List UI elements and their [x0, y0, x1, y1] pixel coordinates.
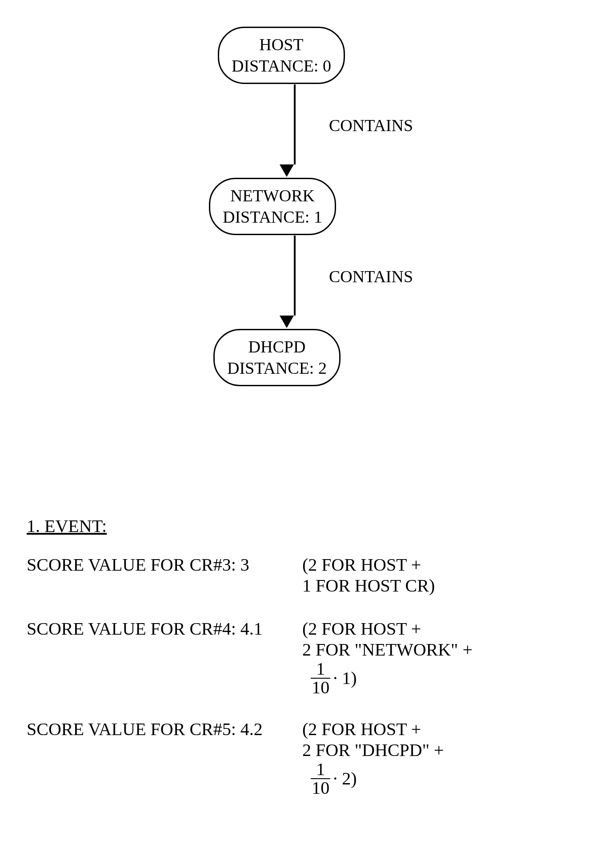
- explanation-line: 1 FOR HOST CR): [302, 575, 560, 596]
- edge-label-contains: CONTAINS: [329, 116, 413, 135]
- score-row: SCORE VALUE FOR CR#3: 3 (2 FOR HOST + 1 …: [27, 554, 560, 596]
- score-row: SCORE VALUE FOR CR#5: 4.2 (2 FOR HOST + …: [27, 719, 560, 797]
- arrow-head: [280, 164, 294, 177]
- explanation-line: (2 FOR HOST +: [302, 618, 560, 639]
- node-title: NETWORK: [223, 185, 322, 207]
- explanation-line: (2 FOR HOST +: [302, 719, 560, 740]
- node-subtitle: DISTANCE: 1: [223, 207, 322, 228]
- arrow-head: [280, 316, 294, 328]
- explanation-fraction-line: ( 1 10 · 2): [302, 760, 560, 797]
- fraction: 1 10: [311, 760, 330, 797]
- node-host: HOST DISTANCE: 0: [218, 27, 345, 84]
- score-label: SCORE VALUE FOR CR#3: 3: [27, 554, 302, 575]
- fraction-tail: · 1): [333, 664, 357, 692]
- explanation-line: 2 FOR "NETWORK" +: [302, 639, 560, 660]
- edge-label-contains: CONTAINS: [329, 267, 413, 286]
- fraction-numerator: 1: [311, 760, 330, 779]
- node-subtitle: DISTANCE: 2: [227, 358, 327, 379]
- score-label: SCORE VALUE FOR CR#4: 4.1: [27, 618, 302, 639]
- arrow-line: [294, 236, 296, 316]
- node-subtitle: DISTANCE: 0: [232, 56, 331, 77]
- explanation-line: (2 FOR HOST +: [302, 554, 560, 575]
- score-label: SCORE VALUE FOR CR#5: 4.2: [27, 719, 302, 740]
- fraction-denominator: 10: [311, 779, 330, 797]
- node-network: NETWORK DISTANCE: 1: [209, 178, 336, 235]
- event-section: 1. EVENT: SCORE VALUE FOR CR#3: 3 (2 FOR…: [27, 516, 560, 819]
- score-explanation: (2 FOR HOST + 1 FOR HOST CR): [302, 554, 560, 596]
- node-dhcpd: DHCPD DISTANCE: 2: [213, 329, 341, 386]
- fraction: 1 10: [311, 660, 330, 696]
- explanation-fraction-line: ( 1 10 · 1): [302, 660, 560, 696]
- event-heading: 1. EVENT:: [27, 516, 560, 536]
- fraction-numerator: 1: [311, 660, 330, 679]
- score-explanation: (2 FOR HOST + 2 FOR "NETWORK" + ( 1 10 ·…: [302, 618, 560, 696]
- node-title: DHCPD: [227, 336, 327, 358]
- hierarchy-diagram: HOST DISTANCE: 0 CONTAINS NETWORK DISTAN…: [0, 27, 589, 427]
- node-title: HOST: [232, 34, 331, 56]
- fraction-tail: · 2): [333, 764, 357, 793]
- score-row: SCORE VALUE FOR CR#4: 4.1 (2 FOR HOST + …: [27, 618, 560, 696]
- fraction-denominator: 10: [311, 679, 330, 696]
- arrow-line: [294, 84, 296, 164]
- score-explanation: (2 FOR HOST + 2 FOR "DHCPD" + ( 1 10 · 2…: [302, 719, 560, 797]
- explanation-line: 2 FOR "DHCPD" +: [302, 740, 560, 760]
